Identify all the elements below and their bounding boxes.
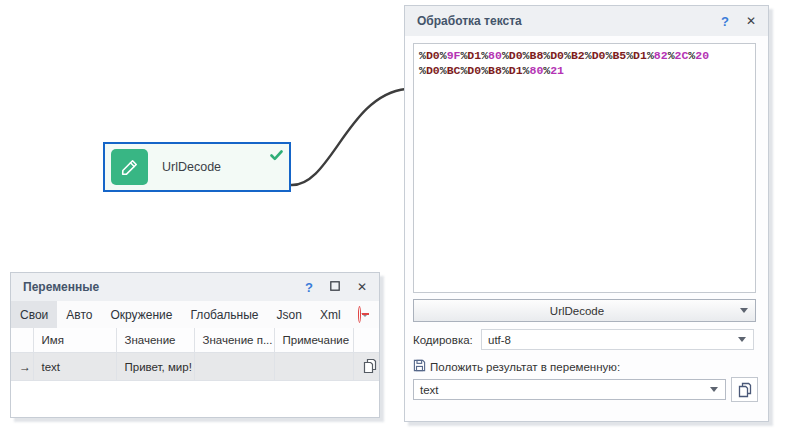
save-icon — [413, 358, 426, 376]
help-button[interactable]: ? — [305, 281, 313, 294]
tab-xml[interactable]: Xml — [311, 301, 350, 328]
action-combobox[interactable]: UrlDecode — [413, 299, 756, 322]
tab-globalnye[interactable]: Глобальные — [181, 301, 267, 328]
action-combobox-value: UrlDecode — [414, 305, 740, 317]
table-row[interactable]: → text Привет, мир! — [11, 353, 379, 381]
variables-tabstrip: Свои Авто Окружение Глобальные Json Xml — [11, 301, 379, 328]
copy-result-button[interactable] — [731, 377, 758, 402]
result-variable-combobox[interactable]: text — [413, 379, 726, 400]
encoding-combobox[interactable]: utf-8 — [481, 329, 754, 350]
header-name[interactable]: Имя — [33, 328, 116, 353]
tab-okruzhenie[interactable]: Окружение — [101, 301, 181, 328]
variables-header-row: Имя Значение Значение п... Примечание — [11, 328, 379, 353]
encoding-label: Кодировка: — [413, 334, 481, 346]
result-variable-value: text — [414, 384, 710, 396]
close-button[interactable]: ✕ — [357, 281, 367, 293]
header-actions — [353, 328, 379, 353]
canvas: UrlDecode Переменные ? ✕ Свои Авто Окруж… — [0, 0, 785, 441]
cell-value2[interactable] — [194, 353, 274, 381]
save-result-row: Положить результат в переменную: — [413, 358, 754, 376]
processing-titlebar: Обработка текста ? ✕ — [405, 6, 768, 36]
header-marker — [11, 328, 33, 353]
encoded-text-editor[interactable]: %D0%9F%D1%80%D0%B8%D0%B2%D0%B5%D1%82%2C%… — [413, 43, 756, 293]
cell-name[interactable]: text — [33, 353, 116, 381]
help-button[interactable]: ? — [721, 15, 729, 28]
chevron-down-icon — [740, 308, 748, 313]
variables-titlebar: Переменные ? ✕ — [11, 273, 379, 301]
encoding-combobox-value: utf-8 — [482, 334, 738, 346]
check-icon — [270, 147, 283, 165]
save-result-label: Положить результат в переменную: — [430, 361, 620, 373]
variables-table: Имя Значение Значение п... Примечание → … — [11, 328, 379, 381]
node-label: UrlDecode — [162, 160, 221, 174]
variables-title: Переменные — [23, 280, 288, 294]
close-button[interactable]: ✕ — [746, 15, 756, 27]
urldecode-node[interactable]: UrlDecode — [103, 142, 291, 192]
header-value[interactable]: Значение — [116, 328, 194, 353]
cell-note[interactable] — [274, 353, 353, 381]
text-processing-window: Обработка текста ? ✕ %D0%9F%D1%80%D0%B8%… — [404, 5, 769, 422]
chevron-down-icon — [710, 387, 718, 392]
tab-svoi[interactable]: Свои — [11, 301, 57, 328]
cell-value[interactable]: Привет, мир! — [116, 353, 194, 381]
header-value2[interactable]: Значение п... — [194, 328, 274, 353]
remove-variable-icon[interactable] — [358, 306, 361, 323]
copy-variable-button[interactable] — [353, 353, 379, 381]
chevron-down-icon — [738, 337, 746, 342]
processing-title: Обработка текста — [417, 14, 704, 28]
encoding-row: Кодировка: utf-8 — [413, 329, 754, 350]
maximize-button[interactable] — [330, 281, 340, 293]
tab-json[interactable]: Json — [268, 301, 311, 328]
pencil-icon — [111, 149, 148, 185]
tab-avto[interactable]: Авто — [57, 301, 101, 328]
variables-window: Переменные ? ✕ Свои Авто Окружение Глоба… — [10, 272, 380, 418]
header-note[interactable]: Примечание — [274, 328, 353, 353]
row-marker: → — [11, 353, 33, 381]
